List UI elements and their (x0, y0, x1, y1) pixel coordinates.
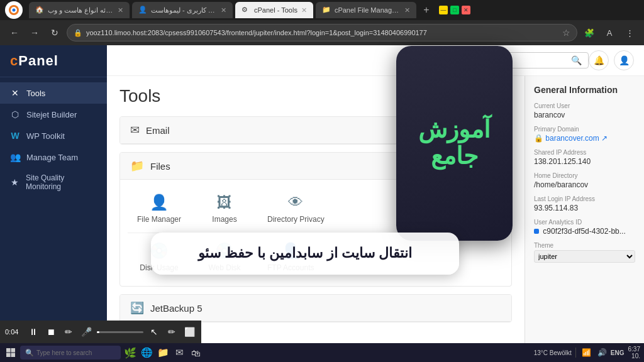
bell-icon: 🔔 (594, 55, 604, 65)
taskbar-clock: 6:37 10. (628, 346, 640, 359)
video-pen-button[interactable]: ✏ (165, 325, 179, 339)
jetbackup-icon: 🔄 (130, 301, 144, 315)
sitejet-icon: ⬡ (10, 109, 20, 119)
sidebar-item-sitequality[interactable]: ★ Site Quality Monitoring (0, 168, 107, 197)
tab1-close[interactable]: ✕ (118, 6, 123, 14)
extensions-button[interactable]: 🧩 (581, 25, 597, 41)
tab3-label: cPanel - Tools (254, 6, 297, 14)
analytics-color-dot (534, 229, 539, 234)
browser-tab-3[interactable]: ⚙ cPanel - Tools ✕ (235, 2, 313, 18)
minimize-button[interactable]: — (439, 6, 448, 14)
sidebar-sitequality-label: Site Quality Monitoring (26, 173, 97, 191)
tab1-label: لیموهاست: ارائه انواع هاست و وب... (48, 6, 114, 14)
svg-rect-6 (11, 353, 16, 358)
bookmark-icon[interactable]: ☆ (562, 28, 570, 38)
tab4-close[interactable]: ✕ (404, 6, 410, 14)
current-user-value: barancov (534, 111, 635, 119)
video-record-button[interactable]: ✏ (62, 325, 75, 339)
video-progress-bar[interactable] (97, 331, 143, 333)
svg-point-2 (13, 9, 16, 12)
browser-tab-1[interactable]: 🏠 لیموهاست: ارائه انواع هاست و وب... ✕ (29, 2, 130, 18)
svg-rect-3 (6, 348, 11, 353)
video-mic-button[interactable]: 🎤 (79, 325, 93, 339)
tab3-close[interactable]: ✕ (301, 6, 307, 14)
manageteam-icon: 👥 (10, 152, 20, 162)
cpanel-logo: cPanel (0, 45, 107, 77)
taskbar-weather: 13°C Bewölkt (534, 349, 572, 356)
video-stop-button[interactable]: ⏹ (44, 325, 58, 339)
new-tab-button[interactable]: + (419, 3, 434, 18)
user-analytics-label: User Analytics ID (534, 219, 635, 226)
video-time: 0:04 (5, 328, 23, 336)
sidebar-manageteam-label: Manage Team (26, 153, 78, 162)
url-input[interactable] (86, 29, 558, 36)
page-area: 🔍 🔔 👤 Tools ✉ Email (107, 45, 644, 343)
video-cursor-button[interactable]: ↖ (147, 325, 161, 339)
user-analytics-value: c90f2f3d-df5d-4302-bb... (534, 227, 635, 236)
browser-tab-2[interactable]: 👤 ناحیه کاربری - لیموهاست - ... ✕ (132, 2, 233, 18)
forward-button[interactable]: → (26, 25, 43, 41)
close-button[interactable]: ✕ (462, 6, 470, 14)
taskbar-right: 13°C Bewölkt 📶 🔊 ENG 6:37 10. (534, 346, 640, 359)
maximize-button[interactable]: □ (450, 6, 459, 14)
directory-privacy-label: Directory Privacy (267, 215, 325, 224)
taskbar-icon-store[interactable]: 🛍 (189, 346, 203, 359)
taskbar-volume-icon[interactable]: 🔊 (597, 348, 607, 357)
taskbar-icon-leaf[interactable]: 🌿 (123, 346, 137, 359)
sidebar: cPanel ✕ Tools ⬡ Sitejet Builder W WP To… (0, 45, 107, 343)
back-button[interactable]: ← (6, 25, 23, 41)
reload-button[interactable]: ↻ (47, 25, 63, 41)
tool-directory-privacy[interactable]: 👁 Directory Privacy (258, 187, 333, 230)
video-eraser-button[interactable]: ⬜ (182, 325, 196, 339)
info-shared-ip: Shared IP Address 138.201.125.140 (534, 149, 635, 166)
email-section-icon: ✉ (130, 123, 140, 137)
address-bar[interactable]: 🔒 ☆ (67, 24, 577, 41)
tab2-close[interactable]: ✕ (221, 6, 226, 14)
tools-icon: ✕ (10, 88, 20, 98)
main-content: cPanel ✕ Tools ⬡ Sitejet Builder W WP To… (0, 45, 644, 343)
taskbar: 🔍 🌿 🌐 📁 ✉ 🛍 13°C Bewölkt 📶 🔊 ENG 6:37 10… (0, 343, 644, 362)
tool-file-manager[interactable]: 👤 File Manager (128, 187, 191, 230)
tab4-label: cPanel File Manager v3 (335, 6, 401, 14)
taskbar-network-icon: 📶 (580, 346, 594, 359)
svg-rect-4 (11, 348, 16, 353)
tab4-favicon: 📁 (322, 6, 331, 14)
wptoolkit-icon: W (10, 131, 20, 141)
profile-button[interactable]: A (601, 25, 618, 41)
browser-tab-4[interactable]: 📁 cPanel File Manager v3 ✕ (316, 2, 416, 18)
sidebar-tools-label: Tools (26, 89, 45, 98)
sidebar-item-wptoolkit[interactable]: W WP Toolkit (0, 125, 107, 146)
video-progress-fill (97, 331, 99, 333)
notification-button[interactable]: 🔔 (589, 50, 609, 70)
info-primary-domain: Primary Domain 🔒 barancover.com ↗ (534, 126, 635, 143)
search-icon[interactable]: 🔍 (571, 55, 582, 65)
sidebar-item-sitejet[interactable]: ⬡ Sitejet Builder (0, 104, 107, 125)
theme-select[interactable]: jupiter (534, 250, 635, 263)
taskbar-search-input[interactable] (36, 349, 116, 356)
info-user-analytics: User Analytics ID c90f2f3d-df5d-4302-bb.… (534, 219, 635, 236)
info-current-user: Current User barancov (534, 102, 635, 119)
cpanel-logo-text: cPanel (10, 53, 97, 69)
video-pause-button[interactable]: ⏸ (26, 325, 40, 339)
taskbar-separator (575, 348, 576, 358)
menu-button[interactable]: ⋮ (621, 25, 638, 41)
user-icon: 👤 (619, 55, 630, 65)
taskbar-icon-folder[interactable]: 📁 (156, 346, 170, 359)
info-panel-title: General Information (534, 85, 635, 95)
shared-ip-value: 138.201.125.140 (534, 157, 635, 166)
home-dir-value: /home/barancov (534, 180, 635, 189)
header-right: 🔔 👤 (589, 50, 634, 70)
taskbar-search-box[interactable]: 🔍 (20, 346, 121, 359)
user-account-button[interactable]: 👤 (614, 50, 634, 70)
taskbar-icon-mail[interactable]: ✉ (172, 346, 186, 359)
start-button[interactable] (4, 346, 18, 359)
info-last-login-ip: Last Login IP Address 93.95.114.83 (534, 195, 635, 212)
taskbar-icon-edge[interactable]: 🌐 (140, 346, 153, 359)
tool-images[interactable]: 🖼 Images (193, 187, 256, 230)
overlay-phone-text-main: آموزش جامع (418, 117, 491, 170)
external-link-icon: ↗ (601, 134, 608, 143)
sidebar-item-tools[interactable]: ✕ Tools (0, 82, 107, 104)
jetbackup-section-title: JetBackup 5 (150, 303, 203, 314)
sidebar-item-manageteam[interactable]: 👥 Manage Team (0, 146, 107, 168)
primary-domain-value[interactable]: 🔒 barancover.com ↗ (534, 134, 635, 143)
